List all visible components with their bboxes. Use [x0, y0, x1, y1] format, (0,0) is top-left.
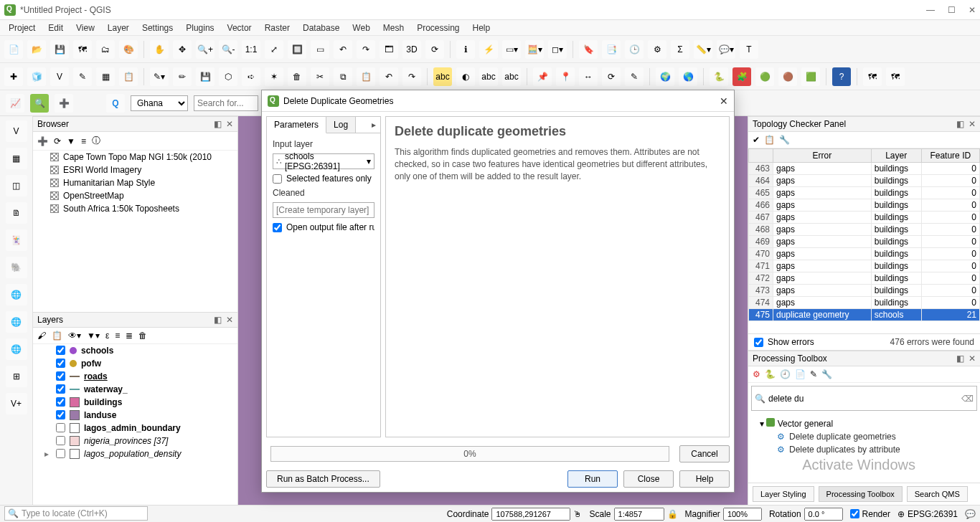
layers-remove-icon[interactable]: 🗑 — [138, 331, 147, 341]
table-row[interactable]: 466gapsbuildings0 — [749, 199, 980, 212]
table-row[interactable]: 463gapsbuildings0 — [749, 163, 980, 175]
rotate-label-icon[interactable]: ⟳ — [602, 67, 621, 86]
add-mesh-icon[interactable]: ◫ — [6, 175, 27, 196]
pan-to-selection-icon[interactable]: ✥ — [173, 40, 192, 59]
coord-toggle-icon[interactable]: 🖱 — [573, 509, 582, 519]
browser-collapse-icon[interactable]: ≡ — [81, 136, 86, 146]
scale-input[interactable] — [614, 508, 664, 521]
tab-log[interactable]: Log — [326, 117, 356, 133]
layer-visibility-checkbox[interactable] — [56, 359, 65, 368]
close-icon[interactable]: ✕ — [969, 5, 976, 15]
delete-selected-icon[interactable]: 🗑 — [288, 67, 306, 86]
new-vector-layer-icon[interactable]: ✚ — [4, 67, 23, 86]
db-icon[interactable]: 🟢 — [755, 67, 774, 86]
text-annotation-icon[interactable]: T — [740, 40, 758, 59]
refresh-icon[interactable]: ⟳ — [425, 40, 444, 59]
layer-visibility-checkbox[interactable] — [56, 371, 65, 381]
layers-close-icon[interactable]: ✕ — [226, 315, 233, 325]
topology-undock-icon[interactable]: ◧ — [956, 119, 964, 129]
scale-lock-icon[interactable]: 🔒 — [667, 509, 678, 519]
new-shapefile-icon[interactable]: V — [50, 67, 69, 86]
col-fid[interactable]: Feature ID — [921, 149, 979, 163]
layers-add-group-icon[interactable]: 📋 — [52, 331, 62, 341]
action-icon[interactable]: ⚡ — [479, 40, 498, 59]
menu-project[interactable]: Project — [3, 22, 41, 34]
menu-processing[interactable]: Processing — [411, 22, 465, 34]
browser-undock-icon[interactable]: ◧ — [214, 119, 222, 129]
selected-features-checkbox[interactable] — [273, 174, 282, 184]
cleaned-output-input[interactable] — [273, 202, 374, 218]
toolbox-algorithm[interactable]: ⚙ Delete duplicate geometries — [753, 430, 976, 443]
run-button[interactable]: Run — [567, 470, 618, 488]
toolbox-tree[interactable]: ▾ Vector general ⚙ Delete duplicate geom… — [748, 414, 980, 459]
layer-visibility-checkbox[interactable] — [56, 410, 65, 419]
toolbox-search[interactable]: 🔍 ⌫ — [751, 386, 977, 411]
layers-filter-icon[interactable]: ▼▾ — [87, 331, 100, 341]
tab-parameters[interactable]: Parameters — [267, 117, 326, 133]
statistics-icon[interactable]: Σ — [671, 40, 689, 59]
vertex-tool-icon[interactable]: ✶ — [265, 67, 283, 86]
layer-nigeria_provinces [37][interactable]: nigeria_provinces [37] — [33, 435, 237, 447]
table-row[interactable]: 464gapsbuildings0 — [749, 175, 980, 187]
current-edits-icon[interactable]: ✎▾ — [150, 67, 169, 86]
control-panel-icon[interactable]: ⚙ — [648, 40, 666, 59]
globe-icon[interactable]: 🟤 — [778, 67, 797, 86]
layers-undock-icon[interactable]: ◧ — [214, 315, 222, 325]
georef-icon[interactable]: 🗺 — [863, 67, 882, 86]
render-checkbox[interactable] — [850, 509, 859, 518]
toolbox-group[interactable]: ▾ Vector general — [753, 417, 976, 430]
help-icon[interactable]: ? — [832, 67, 851, 86]
toolbox-edit-icon[interactable]: ✎ — [810, 369, 817, 379]
locator-q-icon[interactable]: Q — [106, 94, 125, 113]
locator-box[interactable]: 🔍 Type to locate (Ctrl+K) — [4, 506, 148, 521]
undo-icon[interactable]: ↶ — [380, 67, 398, 86]
layer-visibility-checkbox[interactable] — [56, 397, 65, 407]
mesh-icon[interactable]: 🟩 — [801, 67, 820, 86]
open-project-icon[interactable]: 📂 — [27, 40, 46, 59]
chart-icon[interactable]: 📈 — [6, 94, 24, 113]
param-scrollbar[interactable] — [273, 421, 374, 431]
menu-database[interactable]: Database — [297, 22, 345, 34]
layer-visibility-checkbox[interactable] — [56, 449, 65, 458]
table-row[interactable]: 465gapsbuildings0 — [749, 187, 980, 199]
select-icon[interactable]: ▭▾ — [502, 40, 521, 59]
tab-overflow-icon[interactable]: ▸ — [367, 117, 380, 133]
layers-visibility-icon[interactable]: 👁▾ — [68, 331, 81, 341]
browser-item[interactable]: South Africa 1:50k Toposheets — [33, 202, 237, 215]
layer-visibility-checkbox[interactable] — [56, 346, 65, 355]
open-output-checkbox[interactable] — [273, 223, 282, 232]
topology-table-scroll[interactable]: Error Layer Feature ID 463gapsbuildings0… — [748, 148, 980, 333]
add-csv-icon[interactable]: 🗎 — [6, 202, 27, 224]
zoom-native-icon[interactable]: 1:1 — [242, 40, 260, 59]
topology-close-icon[interactable]: ✕ — [969, 119, 976, 129]
toolbox-results-icon[interactable]: 📄 — [795, 369, 806, 379]
add-wcs-icon[interactable]: 🌐 — [6, 311, 27, 333]
layer-schools[interactable]: schools — [33, 344, 237, 357]
rotation-input[interactable] — [804, 508, 843, 521]
crs-icon[interactable]: ⊕ — [897, 509, 905, 519]
layer-landuse[interactable]: landuse — [33, 409, 237, 422]
diagram-icon[interactable]: ◐ — [456, 67, 475, 86]
menu-layer[interactable]: Layer — [102, 22, 135, 34]
layers-expand-icon[interactable]: ≡ — [115, 331, 120, 341]
redo-icon[interactable]: ↷ — [402, 67, 421, 86]
layers-collapse-icon[interactable]: ≣ — [126, 331, 133, 341]
label-tool-icon[interactable]: abc — [479, 67, 498, 86]
paste-icon[interactable]: 📋 — [357, 67, 375, 86]
menu-help[interactable]: Help — [467, 22, 496, 34]
maximize-icon[interactable]: ☐ — [948, 5, 956, 15]
zoom-in-icon[interactable]: 🔍+ — [196, 40, 215, 59]
toolbox-algorithm[interactable]: ⚙ Delete duplicates by attribute — [753, 443, 976, 456]
toolbox-undock-icon[interactable]: ◧ — [956, 353, 964, 364]
save-icon[interactable]: 💾 — [50, 40, 69, 59]
topology-check-icon[interactable]: ✔ — [753, 135, 760, 145]
magnifier-input[interactable] — [723, 508, 762, 521]
menu-plugins[interactable]: Plugins — [180, 22, 220, 34]
topology-rule-icon[interactable]: 🔧 — [779, 135, 790, 145]
table-row[interactable]: 468gapsbuildings0 — [749, 224, 980, 236]
table-row[interactable]: 473gapsbuildings0 — [749, 285, 980, 297]
layer-buildings[interactable]: buildings — [33, 396, 237, 409]
table-row[interactable]: 474gapsbuildings0 — [749, 297, 980, 309]
menu-web[interactable]: Web — [347, 22, 375, 34]
table-row[interactable]: 467gapsbuildings0 — [749, 212, 980, 224]
